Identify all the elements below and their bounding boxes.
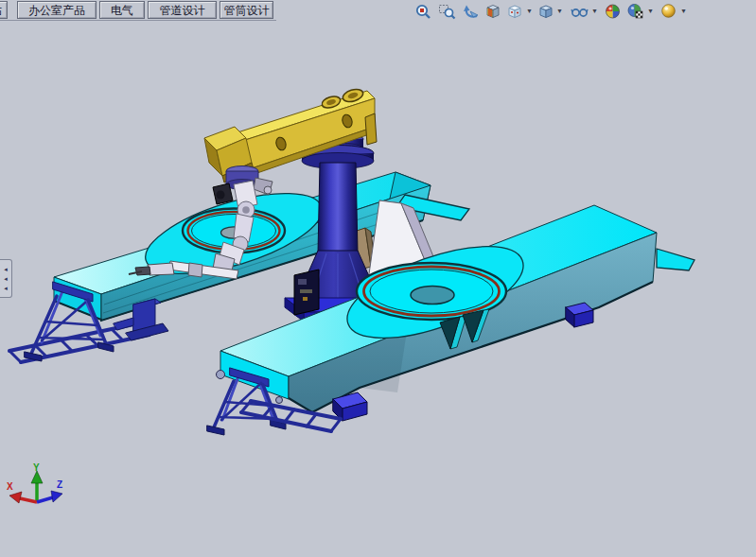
apply-scene-dropdown[interactable]: ▼ xyxy=(646,7,655,16)
edit-appearance-icon[interactable] xyxy=(604,3,622,20)
display-style-icon[interactable] xyxy=(537,3,555,20)
rotate-view-icon[interactable] xyxy=(462,3,480,20)
tab-office-products[interactable]: 办公室产品 xyxy=(17,1,97,19)
view-settings-icon[interactable] xyxy=(659,3,677,20)
display-style-dropdown[interactable]: ▼ xyxy=(555,7,564,16)
cad-application-window: Y X Z 评估 办公室产品 电气 管道设计 管筒设计 xyxy=(0,0,756,557)
triad-y-label: Y xyxy=(33,462,40,473)
reference-triad: Y X Z xyxy=(7,462,62,503)
hide-show-items-icon[interactable] xyxy=(571,3,589,20)
tab-piping-design[interactable]: 管道设计 xyxy=(148,1,217,19)
tab-evaluate-partial[interactable]: 评估 xyxy=(0,1,8,19)
feature-panel-toggle[interactable]: ◂ ◂ ◂ xyxy=(0,259,12,298)
viewport-3d[interactable]: Y X Z xyxy=(0,0,756,557)
panel-arrow-icon: ◂ xyxy=(4,274,8,283)
zoom-to-fit-icon[interactable] xyxy=(414,3,432,20)
view-settings-dropdown[interactable]: ▼ xyxy=(679,7,688,16)
triad-x-label: X xyxy=(7,481,13,492)
panel-arrow-icon: ◂ xyxy=(4,284,8,292)
zoom-to-area-icon[interactable] xyxy=(438,3,456,20)
triad-z-label: Z xyxy=(57,479,62,490)
equipment-box[interactable] xyxy=(294,270,319,315)
tab-strip-divider xyxy=(0,20,276,21)
tab-electrical[interactable]: 电气 xyxy=(99,1,145,19)
apply-scene-icon[interactable] xyxy=(626,3,644,20)
section-view-icon[interactable] xyxy=(484,3,502,20)
hide-show-items-dropdown[interactable]: ▼ xyxy=(590,7,599,16)
view-orientation-icon[interactable] xyxy=(506,3,524,20)
panel-arrow-icon: ◂ xyxy=(4,265,8,273)
view-orientation-dropdown[interactable]: ▼ xyxy=(525,7,534,16)
tab-tubing-design[interactable]: 管筒设计 xyxy=(220,1,273,19)
